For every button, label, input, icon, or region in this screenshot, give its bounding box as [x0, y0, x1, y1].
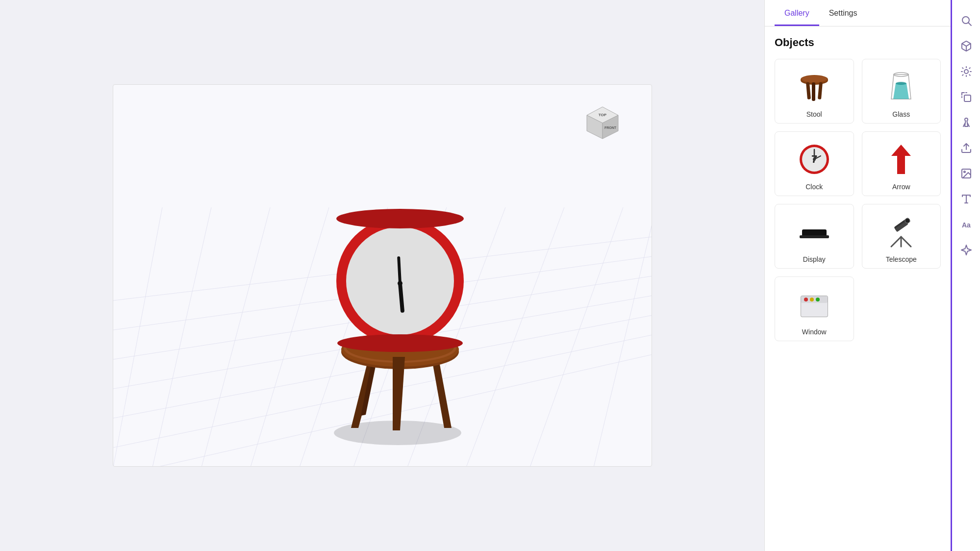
arrow-label: Arrow — [892, 183, 910, 191]
svg-point-63 — [816, 298, 820, 301]
tab-settings[interactable]: Settings — [819, 0, 867, 26]
objects-section: Objects Stool — [765, 26, 951, 551]
window-label: Window — [802, 328, 827, 336]
canvas-area: TOP FRONT — [0, 0, 764, 551]
svg-point-61 — [804, 298, 808, 301]
object-card-telescope[interactable]: Telescope — [862, 204, 941, 269]
cube-icon[interactable] — [955, 35, 977, 57]
svg-line-71 — [969, 75, 970, 75]
svg-text:TOP: TOP — [598, 113, 606, 117]
svg-line-70 — [962, 68, 963, 68]
svg-line-10 — [251, 207, 329, 466]
right-panel: Gallery Settings Objects Stool — [764, 0, 951, 551]
upload-icon[interactable] — [955, 137, 977, 159]
object-grid: Stool Glass — [775, 59, 941, 341]
object-card-glass[interactable]: Glass — [862, 59, 941, 124]
object-card-arrow[interactable]: Arrow — [862, 131, 941, 196]
svg-point-79 — [964, 171, 965, 173]
telescope-label: Telescope — [886, 255, 917, 263]
window-icon — [795, 285, 834, 324]
text-icon[interactable] — [955, 188, 977, 210]
search-icon[interactable] — [955, 10, 977, 31]
svg-rect-40 — [812, 82, 815, 101]
svg-point-42 — [896, 82, 906, 85]
sparkle-icon[interactable] — [955, 239, 977, 261]
svg-point-67 — [964, 70, 968, 74]
svg-line-5 — [113, 354, 652, 466]
models-icon[interactable] — [955, 112, 977, 133]
object-card-clock[interactable]: 7 Clock — [775, 131, 854, 196]
tab-gallery[interactable]: Gallery — [775, 0, 819, 26]
svg-line-14 — [466, 207, 564, 466]
telescope-icon — [881, 212, 921, 251]
svg-line-74 — [962, 75, 963, 75]
svg-line-8 — [152, 207, 211, 466]
svg-rect-76 — [964, 95, 971, 101]
glass-icon — [881, 67, 921, 106]
svg-point-57 — [905, 218, 910, 223]
svg-text:FRONT: FRONT — [604, 126, 616, 129]
object-card-display[interactable]: Display — [775, 204, 854, 269]
viewport[interactable]: TOP FRONT — [113, 84, 652, 467]
svg-line-54 — [891, 237, 901, 247]
svg-line-7 — [113, 207, 162, 466]
object-card-stool[interactable]: Stool — [775, 59, 854, 124]
transform-icon[interactable] — [955, 86, 977, 108]
svg-point-62 — [810, 298, 814, 301]
glass-label: Glass — [892, 110, 910, 118]
orientation-cube: TOP FRONT — [583, 104, 622, 144]
objects-title: Objects — [775, 36, 941, 49]
svg-line-65 — [968, 23, 971, 26]
svg-line-55 — [901, 237, 911, 247]
display-label: Display — [803, 255, 826, 263]
svg-text:Aa: Aa — [962, 221, 971, 229]
svg-rect-50 — [802, 229, 827, 236]
panel-tabs: Gallery Settings — [765, 0, 951, 26]
svg-rect-51 — [800, 235, 829, 238]
stool-label: Stool — [806, 110, 822, 118]
image-icon[interactable] — [955, 163, 977, 184]
svg-line-15 — [530, 207, 623, 466]
svg-point-48 — [813, 158, 816, 161]
icon-toolbar: Aa — [951, 0, 980, 551]
svg-marker-49 — [891, 145, 911, 174]
clock-label: Clock — [805, 183, 823, 191]
light-icon[interactable] — [955, 61, 977, 82]
svg-rect-39 — [818, 82, 823, 99]
clock-icon: 7 — [795, 140, 834, 179]
svg-point-37 — [802, 75, 827, 82]
object-card-window[interactable]: Window — [775, 276, 854, 341]
font-icon[interactable]: Aa — [955, 214, 977, 235]
stool-icon — [795, 67, 834, 106]
svg-rect-38 — [806, 82, 811, 99]
svg-line-16 — [594, 222, 652, 466]
arrow-icon — [881, 140, 921, 179]
display-icon — [795, 212, 834, 251]
svg-line-75 — [969, 68, 970, 68]
grid-canvas — [113, 85, 652, 466]
